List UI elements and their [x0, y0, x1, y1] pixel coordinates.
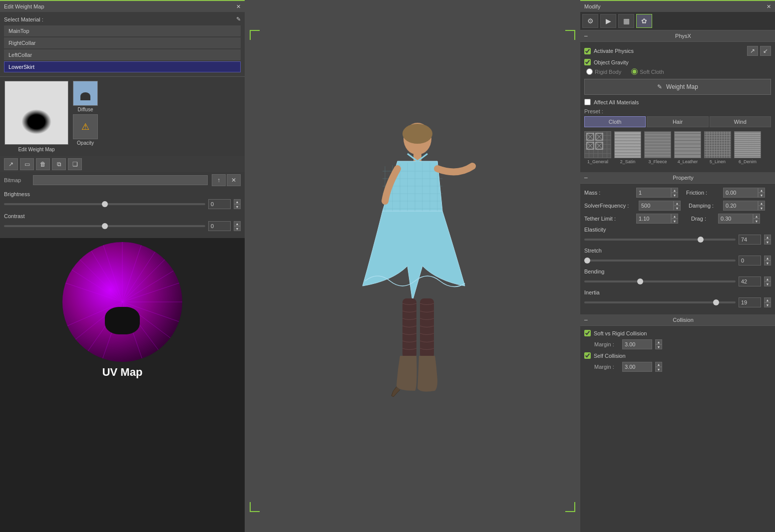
margin2-down[interactable]: ▼ — [655, 367, 662, 372]
brightness-down[interactable]: ▼ — [234, 204, 241, 209]
copy-btn[interactable]: ⧉ — [52, 158, 66, 170]
preset-leather[interactable]: 4_Leather — [674, 131, 701, 164]
diffuse-thumb[interactable] — [73, 81, 98, 106]
damping-input[interactable] — [723, 201, 758, 211]
edit-weight-close-btn[interactable]: ✕ — [236, 3, 241, 10]
drag-up[interactable]: ▲ — [753, 214, 760, 219]
export-btn[interactable]: ↗ — [4, 158, 18, 170]
margin1-up[interactable]: ▲ — [655, 339, 662, 344]
friction-up[interactable]: ▲ — [758, 188, 765, 193]
svg-rect-27 — [420, 298, 434, 358]
margin1-down[interactable]: ▼ — [655, 344, 662, 349]
paste-btn[interactable]: ❑ — [68, 158, 82, 170]
stretch-down[interactable]: ▼ — [764, 261, 771, 266]
stretch-thumb[interactable] — [584, 258, 590, 264]
stretch-track[interactable] — [584, 260, 736, 262]
physx-collapse-btn[interactable]: – — [584, 32, 592, 39]
contrast-up[interactable]: ▲ — [234, 221, 241, 226]
material-item-leftcollar[interactable]: LeftCollar — [4, 49, 241, 60]
mass-up[interactable]: ▲ — [671, 188, 678, 193]
inertia-thumb[interactable] — [713, 299, 719, 305]
physx-export-btn[interactable]: ↗ — [747, 46, 758, 56]
damping-up[interactable]: ▲ — [758, 201, 765, 206]
inertia-down[interactable]: ▼ — [764, 302, 771, 307]
tether-down[interactable]: ▼ — [671, 219, 678, 224]
settings-tab-btn[interactable]: ⚙ — [582, 14, 598, 28]
elasticity-thumb[interactable] — [698, 237, 704, 243]
contrast-down[interactable]: ▼ — [234, 226, 241, 231]
edit-material-icon[interactable]: ✎ — [236, 16, 241, 22]
uv-map-title: UV Map — [102, 366, 143, 379]
bending-thumb[interactable] — [637, 278, 643, 284]
friction-down[interactable]: ▼ — [758, 193, 765, 198]
drag-input[interactable] — [718, 214, 753, 224]
soft-cloth-radio[interactable] — [631, 68, 638, 75]
solver-up[interactable]: ▲ — [674, 201, 681, 206]
delete-btn[interactable]: 🗑 — [36, 158, 50, 170]
brightness-track[interactable] — [4, 203, 205, 205]
solver-input[interactable] — [639, 201, 674, 211]
bitmap-load-btn[interactable]: ↑ — [212, 174, 226, 186]
mass-input[interactable] — [636, 188, 671, 198]
collision-section-header: – Collision — [580, 314, 775, 326]
material-item-maintop[interactable]: MainTop — [4, 25, 241, 36]
opacity-thumb[interactable]: ⚠ — [73, 114, 98, 139]
preset-tab-cloth[interactable]: Cloth — [584, 116, 646, 127]
affect-all-checkbox[interactable] — [584, 99, 591, 105]
preset-satin[interactable]: 2_Satin — [614, 131, 641, 164]
tether-up[interactable]: ▲ — [671, 214, 678, 219]
elasticity-down[interactable]: ▼ — [764, 240, 771, 245]
preset-linen[interactable]: 5_Linen — [704, 131, 731, 164]
material-item-lowerskirt[interactable]: LowerSkirt — [4, 61, 241, 72]
bitmap-clear-btn[interactable]: ✕ — [227, 174, 241, 186]
physx-import-btn[interactable]: ↙ — [760, 46, 771, 56]
object-gravity-row: Object Gravity — [584, 59, 771, 65]
weight-map-btn[interactable]: ✎ Weight Map — [584, 79, 771, 95]
object-gravity-checkbox[interactable] — [584, 59, 591, 65]
drag-down[interactable]: ▼ — [753, 219, 760, 224]
activate-physics-checkbox[interactable] — [584, 48, 591, 54]
bitmap-input[interactable] — [33, 175, 208, 185]
contrast-thumb[interactable] — [102, 223, 108, 229]
preset-tab-hair[interactable]: Hair — [647, 116, 708, 127]
bending-track[interactable] — [584, 280, 736, 282]
modify-close-btn[interactable]: ✕ — [767, 3, 771, 10]
friction-input[interactable] — [723, 188, 758, 198]
contrast-track[interactable] — [4, 225, 205, 227]
stretch-up[interactable]: ▲ — [764, 256, 771, 261]
preset-denim-thumb — [734, 131, 761, 158]
solver-down[interactable]: ▼ — [674, 206, 681, 211]
brightness-label: Brightness — [4, 191, 241, 197]
inertia-up[interactable]: ▲ — [764, 297, 771, 302]
load-btn[interactable]: ▭ — [20, 158, 34, 170]
self-collision-checkbox[interactable] — [584, 352, 591, 359]
elasticity-track[interactable] — [584, 239, 736, 241]
bending-up[interactable]: ▲ — [764, 276, 771, 281]
rigid-body-radio[interactable] — [586, 68, 593, 75]
brightness-up[interactable]: ▲ — [234, 199, 241, 204]
margin2-up[interactable]: ▲ — [655, 362, 662, 367]
soft-rigid-checkbox[interactable] — [584, 330, 591, 336]
margin1-label: Margin : — [594, 341, 619, 347]
margin1-input[interactable] — [622, 339, 652, 349]
brightness-thumb[interactable] — [102, 201, 108, 207]
bending-down[interactable]: ▼ — [764, 281, 771, 286]
collision-collapse-btn[interactable]: – — [584, 316, 592, 323]
margin2-input[interactable] — [622, 362, 652, 372]
tether-input[interactable] — [636, 214, 671, 224]
preset-denim[interactable]: 6_Denim — [734, 131, 761, 164]
preset-tab-wind[interactable]: Wind — [710, 116, 771, 127]
damping-down[interactable]: ▼ — [758, 206, 765, 211]
preset-leather-thumb — [674, 131, 701, 158]
elasticity-up[interactable]: ▲ — [764, 235, 771, 240]
gear-tab-btn[interactable]: ✿ — [636, 14, 652, 28]
preset-fleece[interactable]: 3_Fleece — [644, 131, 671, 164]
property-collapse-btn[interactable]: – — [584, 174, 592, 181]
mass-down[interactable]: ▼ — [671, 193, 678, 198]
inertia-track[interactable] — [584, 301, 736, 303]
material-item-rightcollar[interactable]: RightCollar — [4, 37, 241, 48]
run-tab-btn[interactable]: ▶ — [600, 14, 616, 28]
preset-general[interactable]: 1_General — [584, 131, 611, 164]
self-collision-label: Self Collision — [594, 353, 626, 359]
grid-tab-btn[interactable]: ▦ — [618, 14, 634, 28]
